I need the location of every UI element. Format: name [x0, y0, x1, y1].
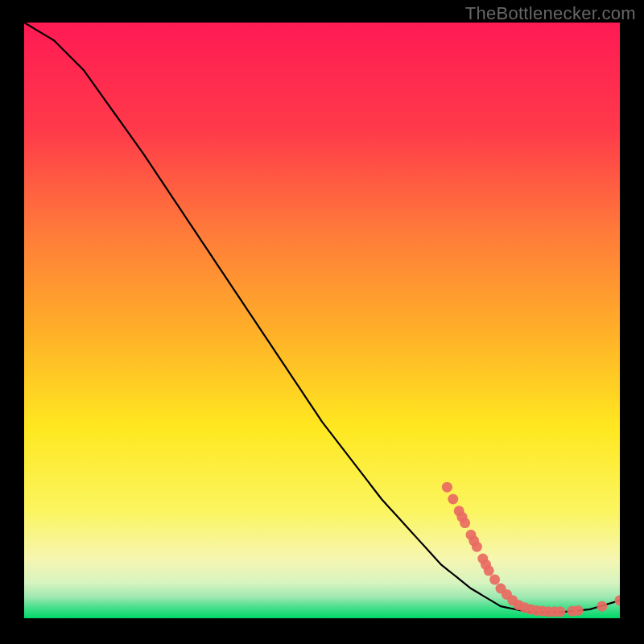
- plot-area: [24, 23, 620, 618]
- data-point: [448, 494, 458, 505]
- data-point: [615, 595, 621, 605]
- data-point: [597, 601, 607, 612]
- data-point: [460, 518, 470, 528]
- scatter-points: [442, 482, 620, 617]
- data-point: [472, 542, 482, 552]
- data-point: [555, 606, 566, 617]
- chart-container: TheBottlenecker.com: [0, 0, 644, 644]
- chart-overlay: [24, 23, 620, 618]
- data-point: [484, 565, 494, 576]
- curve-line: [24, 23, 620, 613]
- data-point: [442, 482, 452, 493]
- bottleneck-curve: [24, 23, 620, 613]
- data-point: [489, 574, 500, 584]
- data-point: [573, 605, 584, 616]
- watermark-text: TheBottlenecker.com: [465, 3, 636, 24]
